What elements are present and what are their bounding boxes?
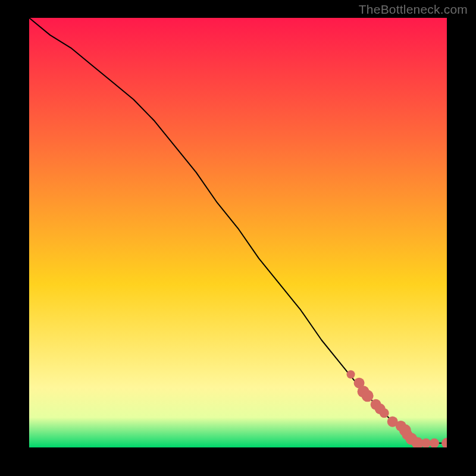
data-marker	[362, 390, 374, 402]
chart-svg	[29, 18, 447, 447]
chart-stage: TheBottleneck.com	[0, 0, 476, 476]
plot-area	[29, 18, 447, 447]
data-marker	[347, 370, 355, 378]
gradient-background	[29, 18, 447, 447]
data-marker	[380, 408, 389, 418]
watermark-text: TheBottleneck.com	[359, 2, 468, 17]
